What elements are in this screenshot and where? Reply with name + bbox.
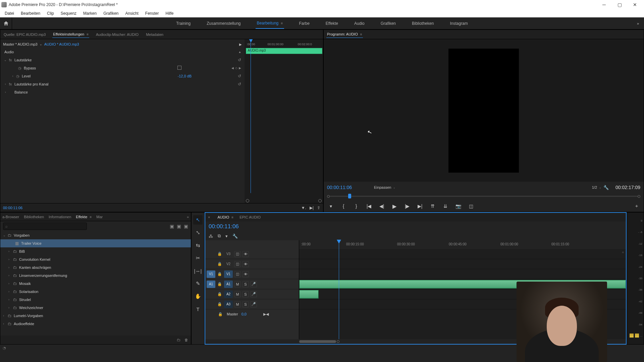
master-track[interactable]: 🔒 Master 0,0 ▶◀ (205, 309, 299, 319)
prev-key-icon[interactable]: ◀ (231, 66, 234, 70)
solo-icon[interactable]: S (242, 281, 249, 287)
sync-lock-icon[interactable]: ◫ (234, 261, 241, 267)
lift-icon[interactable]: ⇈ (429, 203, 436, 209)
tree-folder-weichzeichner[interactable]: ›🗀Weichzeichner (0, 304, 191, 312)
lock-icon[interactable]: 🔒 (217, 282, 223, 286)
go-to-in-icon[interactable]: |◀ (365, 203, 373, 209)
lock-icon[interactable]: 🔒 (217, 302, 223, 306)
sync-lock-icon[interactable]: ◫ (234, 271, 241, 277)
ws-farbe[interactable]: Farbe (298, 18, 311, 28)
maximize-button[interactable]: ▢ (612, 0, 627, 9)
slip-tool-icon[interactable]: |↔| (193, 266, 203, 276)
tab-effekte[interactable]: Effekte ≡ (76, 215, 92, 219)
scrub-handle-right[interactable] (638, 195, 640, 198)
source-patch-a1[interactable]: A1 (207, 281, 215, 288)
ws-grafiken[interactable]: Grafiken (379, 18, 397, 28)
program-viewer[interactable] (324, 39, 644, 182)
tab-mar[interactable]: Mar (96, 215, 103, 219)
effect-mini-timeline[interactable]: :00:00 00:01:00:00 00:02:00:0 AUDIO.mp3 (245, 39, 323, 203)
tree-folder-solarisation[interactable]: ›🗀Solarisation (0, 288, 191, 296)
ws-zusammenstellung[interactable]: Zusammenstellung (205, 18, 242, 28)
voice-over-icon[interactable]: 🎤 (250, 301, 257, 307)
track-header-v1[interactable]: V1 🔒 V1 ◫ 👁 (205, 269, 299, 279)
timeline-tab-audio[interactable]: AUDIO ≡ (217, 215, 233, 219)
track-target-a3[interactable]: A3 (224, 301, 233, 308)
voice-over-icon[interactable]: 🎤 (250, 291, 257, 297)
collapse-icon[interactable]: ▲ (238, 50, 241, 54)
solo-icon[interactable]: S (242, 291, 249, 297)
vertical-zoom-handle[interactable]: ○ (622, 250, 624, 254)
mute-icon[interactable]: M (234, 301, 241, 307)
preset-badge-icon[interactable]: ▣ (170, 224, 174, 229)
track-target-v1[interactable]: V1 (224, 270, 233, 278)
tree-folder-vorgaben[interactable]: ⌄🗀 Vorgaben (0, 231, 191, 239)
tree-folder-bib[interactable]: ›🗀BiB (0, 247, 191, 255)
go-to-out-icon[interactable]: ▶| (416, 203, 424, 209)
reset-icon[interactable]: ↺ (238, 82, 241, 86)
chevron-down-icon[interactable]: ⌄ (393, 186, 395, 189)
chevron-down-icon[interactable]: ⌄ (599, 186, 601, 189)
toggle-output-icon[interactable]: 👁 (242, 271, 249, 277)
tab-audioclip-mischer[interactable]: Audioclip-Mischer: AUDIO (95, 31, 139, 38)
settings-wrench-icon[interactable]: 🔧 (603, 185, 609, 190)
effects-search-input[interactable]: ⌕ (3, 223, 87, 230)
bypass-checkbox[interactable] (177, 66, 181, 70)
program-timecode[interactable]: 00:00:11:06 (327, 185, 364, 190)
accelerated-badge-icon[interactable]: ▣ (177, 224, 181, 229)
menu-bearbeiten[interactable]: Bearbeiten (17, 10, 44, 17)
zoom-handle-right[interactable] (337, 340, 339, 343)
master-clip-link[interactable]: Master * AUDIO.mp3 (3, 42, 38, 46)
fx-badge-icon[interactable]: fx (8, 82, 13, 86)
tree-folder-linsen[interactable]: ›🗀Linsenverzerrungsentfernung (0, 272, 191, 280)
tab-metadaten[interactable]: Metadaten (145, 31, 164, 38)
razor-tool-icon[interactable]: ✂ (193, 253, 203, 263)
voice-over-icon[interactable]: 🎤 (250, 281, 257, 287)
timeline-ruler[interactable]: :00:00 00:00:15:00 00:00:30:00 00:00:45:… (299, 240, 626, 249)
twisty-icon[interactable]: › (3, 90, 8, 94)
tabs-overflow-icon[interactable]: » (187, 215, 189, 219)
comparison-icon[interactable]: ◫ (467, 203, 475, 209)
button-editor-icon[interactable]: ＋ (633, 203, 640, 209)
minimize-button[interactable]: ─ (596, 0, 612, 9)
stopwatch-icon[interactable]: ◷ (17, 66, 22, 70)
timeline-tab-epic[interactable]: EPIC AUDIO (239, 215, 261, 219)
audio-clip-small[interactable] (299, 290, 319, 299)
toggle-output-icon[interactable]: 👁 (242, 251, 249, 257)
menu-hilfe[interactable]: Hilfe (162, 10, 177, 17)
tree-item-trailer-voice[interactable]: ▦ Trailer Voice (0, 239, 191, 247)
close-tab-icon[interactable]: × (208, 215, 210, 219)
program-scrub-bar[interactable] (327, 192, 640, 200)
tree-folder-audioeffekte[interactable]: ›🗀Audioeffekte (0, 320, 191, 328)
yuv-badge-icon[interactable]: ▣ (184, 224, 188, 229)
tree-folder-strudel[interactable]: ›🗀Strudel (0, 296, 191, 304)
snap-icon[interactable]: ⁂ (209, 234, 213, 239)
source-timecode[interactable]: 00:00:11:06 (3, 206, 22, 210)
lock-icon[interactable]: 🔒 (217, 252, 223, 256)
zoom-fit-dropdown[interactable]: Einpassen (374, 185, 391, 189)
tab-informationen[interactable]: Informationen (49, 215, 71, 219)
ws-instagram[interactable]: Instagram (448, 18, 469, 28)
mute-icon[interactable]: M (234, 291, 241, 297)
zoom-handle-right[interactable] (318, 199, 322, 202)
ws-bibliotheken[interactable]: Bibliotheken (411, 18, 435, 28)
ws-training[interactable]: Training (175, 18, 192, 28)
zoom-handle-left[interactable] (246, 199, 249, 202)
home-icon[interactable] (0, 17, 12, 29)
type-tool-icon[interactable]: T (193, 304, 203, 314)
lane-v1[interactable] (299, 269, 626, 279)
menu-marken[interactable]: Marken (80, 10, 100, 17)
tree-folder-lumetri[interactable]: ›🗀Lumetri-Vorgaben (0, 312, 191, 320)
lock-icon[interactable]: 🔒 (217, 312, 223, 316)
menu-fenster[interactable]: Fenster (142, 10, 162, 17)
track-header-v2[interactable]: 🔒 V2 ◫ 👁 (205, 259, 299, 269)
linked-selection-icon[interactable]: ⧉ (218, 233, 221, 239)
twisty-icon[interactable]: › (10, 74, 15, 78)
lock-icon[interactable]: 🔒 (217, 292, 223, 296)
tab-quelle[interactable]: Quelle: EPIC AUDIO.mp3 (3, 31, 46, 38)
add-marker-icon[interactable]: ▾ (225, 234, 228, 239)
play-icon[interactable]: ▶ (391, 203, 398, 209)
timeline-playhead[interactable] (339, 240, 339, 339)
close-button[interactable]: ✕ (627, 0, 643, 9)
play-transition-icon[interactable]: ▶| (310, 205, 314, 210)
tab-effekteinstellungen[interactable]: Effekteinstellungen ≡ (52, 31, 89, 38)
